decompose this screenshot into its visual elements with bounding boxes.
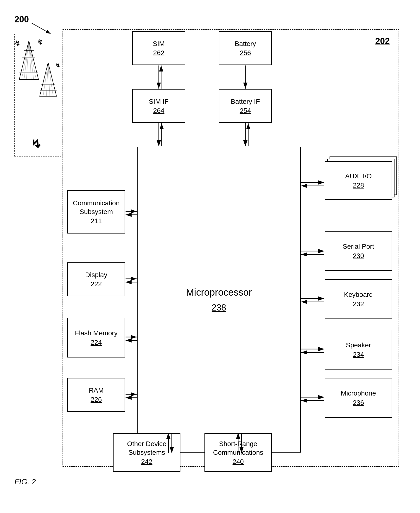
- microphone-box: Microphone 236: [325, 378, 392, 418]
- comm-subsystem-box: Communication Subsystem 211: [67, 190, 125, 234]
- tower-area: [15, 34, 61, 156]
- microprocessor-box: Microprocessor 238: [137, 147, 301, 452]
- short-range-box: Short-Range Communications 240: [204, 433, 272, 472]
- ram-box: RAM 226: [67, 378, 125, 412]
- flash-memory-box: Flash Memory 224: [67, 318, 125, 358]
- battery-box: Battery 256: [219, 31, 272, 65]
- speaker-box: Speaker 234: [325, 330, 392, 369]
- aux-io-box: AUX. I/O 228: [325, 161, 392, 200]
- diagram-container: 200 202: [10, 10, 409, 491]
- battery-if-box: Battery IF 254: [219, 89, 272, 123]
- display-box: Display 222: [67, 262, 125, 296]
- svg-line-0: [31, 23, 51, 34]
- other-device-box: Other Device Subsystems 242: [113, 433, 180, 472]
- sim-box: SIM 262: [132, 31, 185, 65]
- label-200: 200: [15, 15, 29, 24]
- serial-port-box: Serial Port 230: [325, 231, 392, 271]
- figure-label: FIG. 2: [15, 477, 36, 486]
- microprocessor-label: Microprocessor: [186, 287, 252, 298]
- sim-if-box: SIM IF 264: [132, 89, 185, 123]
- microprocessor-num: 238: [212, 303, 226, 313]
- aux-io-stack: AUX. I/O 228: [325, 161, 392, 200]
- keyboard-box: Keyboard 232: [325, 279, 392, 319]
